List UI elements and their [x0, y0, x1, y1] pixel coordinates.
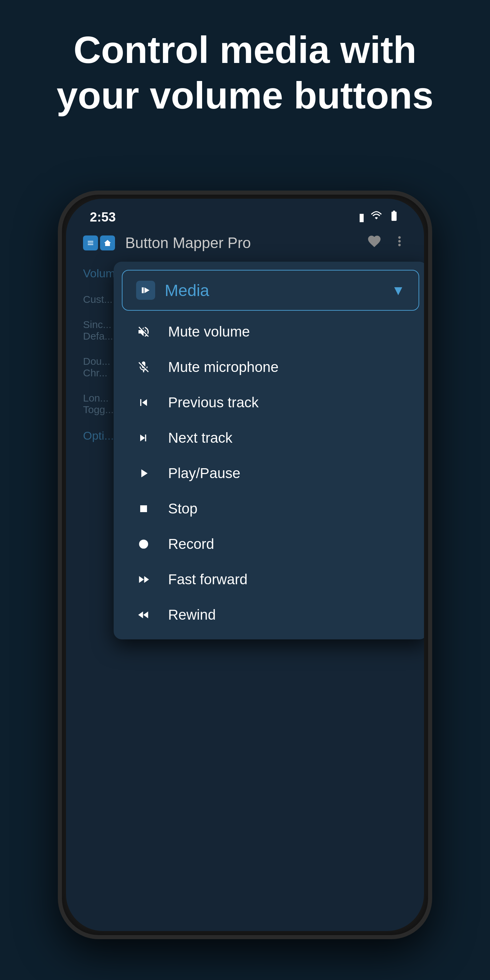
more-icon[interactable]	[392, 234, 407, 252]
app-bar-actions	[367, 234, 407, 252]
dropdown-items-list: Mute volume Mute microphone	[114, 311, 424, 640]
media-icon	[136, 281, 155, 300]
record-icon	[133, 537, 154, 551]
next-track-icon	[133, 431, 154, 445]
svg-point-0	[139, 540, 148, 549]
previous-track-icon	[133, 396, 154, 409]
play-pause-icon	[133, 466, 154, 480]
status-icons: ▮	[359, 210, 400, 224]
stop-label: Stop	[168, 501, 197, 517]
list-item[interactable]: Previous track	[114, 385, 424, 420]
phone-shell: 2:53 ▮	[58, 191, 432, 939]
app-icon-group	[83, 235, 115, 250]
list-item[interactable]: Play/Pause	[114, 456, 424, 491]
list-item[interactable]: Record	[114, 527, 424, 562]
heart-icon[interactable]	[367, 234, 382, 252]
fast-forward-label: Fast forward	[168, 571, 247, 588]
mute-microphone-label: Mute microphone	[168, 359, 279, 375]
hero-title: Control media with your volume buttons	[27, 27, 463, 119]
previous-track-label: Previous track	[168, 395, 259, 411]
list-item[interactable]: Mute volume	[114, 314, 424, 350]
fast-forward-icon	[133, 573, 154, 586]
dropdown-arrow-icon: ▼	[391, 283, 405, 298]
phone-wrapper: 2:53 ▮	[58, 191, 432, 939]
rewind-icon	[133, 608, 154, 622]
phone-screen: 2:53 ▮	[66, 199, 424, 931]
rewind-label: Rewind	[168, 607, 216, 623]
status-time: 2:53	[90, 210, 116, 224]
dropdown-overlay: Media ▼ Mute volume	[114, 262, 424, 640]
volume-button	[428, 331, 432, 399]
list-item[interactable]: Fast forward	[114, 562, 424, 597]
battery-sim-icon: ▮	[359, 211, 365, 224]
battery-icon	[388, 210, 400, 224]
play-pause-label: Play/Pause	[168, 465, 240, 482]
app-icon-2	[100, 235, 115, 250]
status-bar: 2:53 ▮	[66, 199, 424, 226]
wifi-icon	[370, 210, 382, 224]
record-label: Record	[168, 536, 214, 552]
dropdown-selected-label: Media	[165, 281, 391, 300]
app-title: Button Mapper Pro	[125, 234, 367, 251]
stop-icon	[133, 502, 154, 515]
mute-volume-label: Mute volume	[168, 324, 250, 340]
mute-microphone-icon	[133, 360, 154, 374]
next-track-label: Next track	[168, 430, 232, 446]
list-item[interactable]: Rewind	[114, 597, 424, 633]
mute-volume-icon	[133, 325, 154, 339]
list-item[interactable]: Stop	[114, 491, 424, 527]
app-bar: Button Mapper Pro	[66, 226, 424, 260]
hero-section: Control media with your volume buttons	[0, 27, 490, 119]
app-icon-1	[83, 235, 98, 250]
list-item[interactable]: Next track	[114, 420, 424, 456]
list-item[interactable]: Mute microphone	[114, 350, 424, 385]
dropdown-header[interactable]: Media ▼	[122, 270, 419, 311]
